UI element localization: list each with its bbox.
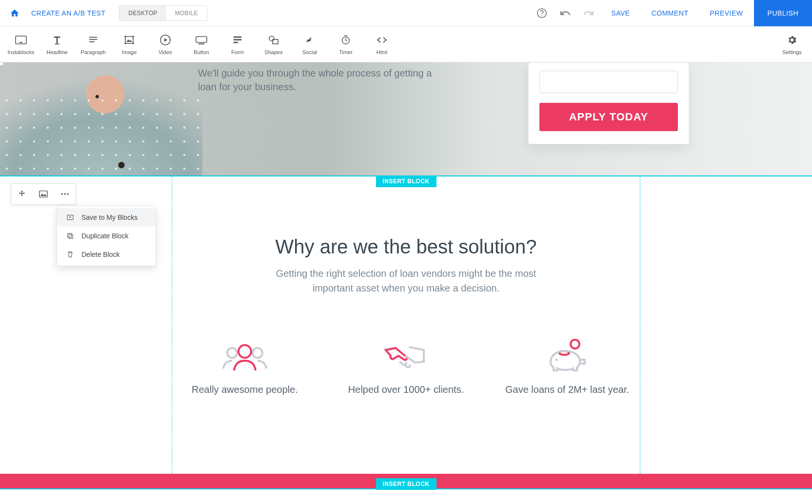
redo-button[interactable] — [577, 0, 600, 26]
solution-block[interactable]: INSERT BLOCK INSERT BLOCK Save to My Blo… — [0, 176, 812, 488]
svg-rect-11 — [234, 36, 242, 38]
block-toolbar — [11, 183, 76, 205]
svg-rect-4 — [55, 43, 59, 44]
comment-button[interactable]: COMMENT — [641, 0, 699, 26]
section-subtitle[interactable]: Getting the right selection of loan vend… — [0, 266, 812, 295]
toolbar-timer[interactable]: Timer — [328, 34, 364, 55]
move-block-button[interactable] — [11, 184, 33, 204]
toolbar-button[interactable]: Button — [183, 34, 219, 55]
feature-clients[interactable]: Helped over 1000+ clients. — [333, 341, 479, 395]
svg-rect-13 — [234, 41, 238, 43]
toolbar-label: Timer — [339, 49, 353, 55]
hero-photo — [0, 62, 202, 176]
toolbar-label: Paragraph — [80, 49, 105, 55]
toolbar-social[interactable]: Social — [292, 34, 328, 55]
element-toolbar: Instablocks Headline Paragraph Image Vid… — [0, 26, 812, 62]
toolbar-label: Form — [231, 49, 244, 55]
insert-block-above[interactable]: INSERT BLOCK — [376, 175, 436, 187]
toolbar-paragraph[interactable]: Paragraph — [75, 34, 111, 55]
image-icon — [123, 34, 135, 46]
toolbar-label: Social — [302, 49, 317, 55]
toolbar-settings[interactable]: Settings — [775, 34, 809, 55]
svg-point-19 — [64, 193, 65, 194]
feature-label: Helped over 1000+ clients. — [348, 384, 464, 395]
guide-left — [172, 176, 172, 488]
svg-point-24 — [571, 340, 579, 349]
menu-delete-block[interactable]: Delete Block — [57, 245, 156, 264]
video-icon — [159, 34, 171, 46]
hero-block[interactable]: We'll guide you through the whole proces… — [0, 62, 812, 176]
timer-icon — [340, 34, 351, 46]
toolbar-instablocks[interactable]: Instablocks — [3, 34, 39, 55]
toolbar-shapes[interactable]: Shapes — [256, 34, 292, 55]
duplicate-icon — [66, 232, 75, 240]
preview-button[interactable]: PREVIEW — [699, 0, 754, 26]
feature-people[interactable]: Really awesome people. — [172, 341, 318, 395]
svg-rect-23 — [68, 233, 72, 237]
menu-label: Duplicate Block — [81, 232, 129, 240]
move-icon — [18, 190, 26, 198]
guide-right — [640, 176, 640, 488]
shapes-icon — [268, 34, 279, 46]
save-button[interactable]: SAVE — [600, 0, 640, 26]
help-icon — [536, 8, 547, 19]
trash-icon — [66, 251, 75, 258]
svg-point-1 — [541, 15, 542, 16]
toolbar-label: Instablocks — [7, 49, 34, 55]
paragraph-icon — [88, 34, 99, 46]
block-context-menu: Save to My Blocks Duplicate Block Delete… — [57, 206, 156, 266]
mobile-view-button[interactable]: MOBILE — [166, 6, 207, 20]
svg-rect-5 — [89, 37, 98, 38]
feature-label: Gave loans of 2M+ last year. — [505, 384, 629, 395]
toolbar-label: Settings — [782, 49, 802, 55]
create-ab-test-link[interactable]: CREATE AN A/B TEST — [31, 9, 105, 17]
people-icon — [220, 341, 269, 370]
feature-label: Really awesome people. — [192, 384, 298, 395]
home-icon — [10, 8, 20, 18]
redo-icon — [583, 7, 594, 19]
svg-rect-7 — [89, 41, 95, 42]
subtitle-line1: Getting the right selection of loan vend… — [0, 266, 812, 281]
background-button[interactable] — [33, 184, 54, 204]
feature-loans[interactable]: Gave loans of 2M+ last year. — [494, 341, 640, 395]
more-icon — [60, 189, 70, 199]
shirt-dots — [0, 94, 202, 176]
toolbar-label: Video — [158, 49, 172, 55]
svg-rect-12 — [234, 39, 242, 40]
publish-button[interactable]: PUBLISH — [754, 0, 812, 26]
form-card[interactable]: APPLY TODAY — [528, 62, 689, 144]
toolbar-label: Shapes — [264, 49, 282, 55]
svg-rect-6 — [89, 39, 98, 40]
apply-today-button[interactable]: APPLY TODAY — [539, 103, 678, 131]
undo-button[interactable] — [554, 0, 577, 26]
insert-block-below[interactable]: INSERT BLOCK — [376, 478, 436, 490]
menu-duplicate-block[interactable]: Duplicate Block — [57, 227, 156, 245]
form-icon — [232, 34, 243, 46]
more-options-button[interactable] — [54, 184, 76, 204]
headline-icon — [52, 34, 62, 46]
toolbar-label: Html — [376, 49, 388, 55]
toolbar-video[interactable]: Video — [147, 34, 183, 55]
desktop-view-button[interactable]: DESKTOP — [119, 6, 166, 20]
svg-rect-22 — [69, 234, 73, 238]
editor-canvas[interactable]: We'll guide you through the whole proces… — [0, 62, 812, 504]
toolbar-image[interactable]: Image — [111, 34, 147, 55]
toolbar-form[interactable]: Form — [219, 34, 256, 55]
hero-sub-line2: loan for your business. — [198, 80, 432, 94]
svg-point-14 — [269, 36, 274, 41]
toolbar-html[interactable]: Html — [364, 34, 400, 55]
svg-rect-10 — [198, 43, 204, 44]
form-input[interactable] — [539, 71, 678, 93]
menu-label: Save to My Blocks — [81, 213, 138, 221]
svg-rect-3 — [20, 42, 22, 43]
hero-subheadline[interactable]: We'll guide you through the whole proces… — [198, 66, 432, 94]
instablocks-icon — [15, 34, 27, 46]
piggy-bank-icon — [543, 341, 592, 370]
help-button[interactable] — [530, 0, 554, 26]
home-button[interactable] — [5, 3, 24, 23]
save-block-icon — [66, 213, 75, 221]
svg-point-18 — [61, 193, 63, 194]
html-icon — [376, 34, 388, 46]
menu-save-to-my-blocks[interactable]: Save to My Blocks — [57, 208, 156, 227]
toolbar-headline[interactable]: Headline — [39, 34, 75, 55]
